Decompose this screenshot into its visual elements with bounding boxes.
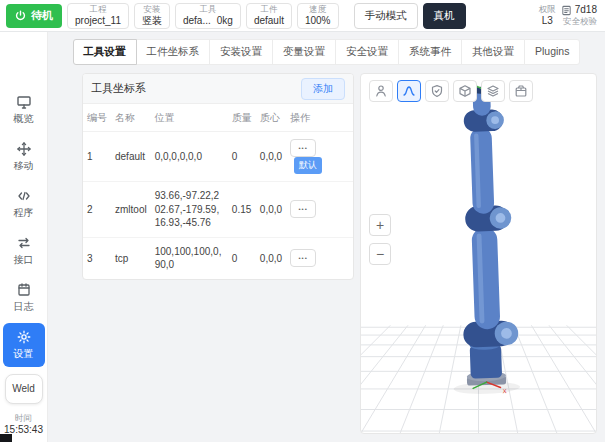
cell-actions: ••• [286, 182, 353, 238]
tab-variable-settings[interactable]: 变量设置 [272, 39, 336, 65]
robot-status-button[interactable]: 待机 [6, 4, 62, 28]
tab-install-settings[interactable]: 安装设置 [209, 39, 273, 65]
weld-button[interactable]: Weld [5, 374, 43, 404]
speed-value: 100% [305, 15, 331, 27]
zoom-out-button[interactable]: − [369, 243, 391, 265]
project-box[interactable]: 工程 project_11 [67, 3, 129, 29]
sidebar-item-overview[interactable]: 概览 [3, 88, 45, 132]
cell-position: 93.66,-97.22,202.67,-179.59,16.93,-45.76 [151, 182, 228, 238]
safety-value: 7d18 [575, 4, 597, 16]
workpiece-box[interactable]: 工件 default [246, 3, 292, 29]
time-label: 时间 [4, 413, 43, 424]
install-box[interactable]: 安装 竖装 [134, 3, 170, 29]
table-header-row: 编号 名称 位置 质量 质心 操作 [83, 104, 353, 132]
cell-actions: ••• [286, 237, 353, 279]
sidebar-item-label: 程序 [14, 206, 34, 220]
sidebar-item-settings[interactable]: 设置 [3, 323, 45, 367]
tab-tool-settings[interactable]: 工具设置 [73, 39, 137, 65]
status-label: 待机 [31, 8, 53, 23]
permission-level[interactable]: 权限 L3 [539, 5, 556, 26]
zoom-controls: + − [369, 214, 391, 265]
cell-centroid: 0,0,0 [256, 237, 286, 279]
cell-actions: ••• 默认 [286, 132, 353, 182]
speed-label: 速度 [309, 5, 326, 15]
cell-centroid: 0,0,0 [256, 132, 286, 182]
robot-3d-viewer[interactable]: + − [360, 73, 597, 434]
panel-header: 工具坐标系 添加 [83, 74, 353, 104]
col-actions: 操作 [286, 104, 353, 132]
cell-position: 0,0,0,0,0,0 [151, 132, 228, 182]
default-badge: 默认 [294, 157, 322, 174]
cell-no: 1 [83, 132, 111, 182]
cell-centroid: 0,0,0 [256, 182, 286, 238]
swap-arrows-icon [16, 235, 32, 251]
tool-box[interactable]: 工具 defa... 0kg [175, 3, 241, 29]
package-icon[interactable] [509, 80, 533, 102]
document-icon [561, 5, 572, 16]
move-arrows-icon [16, 141, 32, 157]
tab-workpiece-frame[interactable]: 工件坐标系 [136, 39, 211, 65]
layers-icon[interactable] [481, 80, 505, 102]
sidebar-item-label: 概览 [14, 112, 34, 126]
sidebar-item-interface[interactable]: 接口 [3, 229, 45, 273]
sidebar-item-move[interactable]: 移动 [3, 135, 45, 179]
col-position: 位置 [151, 104, 228, 132]
sidebar-item-label: 移动 [14, 159, 34, 173]
main-area: 工具设置 工件坐标系 安装设置 变量设置 安全设置 系统事件 其他设置 Plug… [48, 32, 605, 442]
project-value: project_11 [75, 15, 121, 27]
gear-icon [16, 329, 32, 345]
cell-name: tcp [111, 237, 151, 279]
permission-value: L3 [542, 15, 553, 27]
sidebar-item-program[interactable]: 程序 [3, 182, 45, 226]
table-row[interactable]: 3 tcp 100,100,100,0,90,0 0 0,0,0 ••• [83, 237, 353, 279]
tab-safety-settings[interactable]: 安全设置 [335, 39, 399, 65]
workpiece-value: default [254, 15, 284, 27]
settings-tabs: 工具设置 工件坐标系 安装设置 变量设置 安全设置 系统事件 其他设置 Plug… [73, 39, 581, 65]
left-sidebar: 概览 移动 程序 接口 日志 [0, 32, 48, 442]
tab-plugins[interactable]: Plugins [524, 39, 580, 65]
tab-system-events[interactable]: 系统事件 [398, 39, 462, 65]
cell-mass: 0 [228, 237, 256, 279]
tool-label: 工具 [199, 5, 216, 15]
sidebar-item-label: 设置 [14, 347, 34, 361]
safety-checksum[interactable]: 7d18 安全校验 [561, 4, 597, 26]
cell-no: 3 [83, 237, 111, 279]
col-centroid: 质心 [256, 104, 286, 132]
monitor-icon [16, 94, 32, 110]
sidebar-item-log[interactable]: 日志 [3, 276, 45, 320]
col-mass: 质量 [228, 104, 256, 132]
cell-mass: 0 [228, 132, 256, 182]
panel-title: 工具坐标系 [91, 81, 146, 96]
table-row[interactable]: 1 default 0,0,0,0,0,0 0 0,0,0 ••• 默认 [83, 132, 353, 182]
sidebar-item-label: 日志 [14, 300, 34, 314]
install-value: 竖装 [142, 15, 162, 27]
cell-no: 2 [83, 182, 111, 238]
cube-icon[interactable] [453, 80, 477, 102]
code-icon [16, 188, 32, 204]
calendar-icon [16, 282, 32, 298]
tool-value: defa... [183, 15, 211, 27]
robot-arm: X [443, 81, 520, 396]
real-machine-button[interactable]: 真机 [423, 3, 466, 29]
tab-other-settings[interactable]: 其他设置 [461, 39, 525, 65]
more-actions-button[interactable]: ••• [290, 200, 316, 218]
workpiece-label: 工件 [260, 5, 277, 15]
manual-mode-button[interactable]: 手动模式 [354, 3, 418, 29]
more-actions-button[interactable]: ••• [290, 249, 316, 267]
zoom-in-button[interactable]: + [369, 214, 391, 236]
col-name: 名称 [111, 104, 151, 132]
shield-icon[interactable] [425, 80, 449, 102]
robot-3d-scene[interactable]: X [361, 74, 596, 433]
add-button[interactable]: 添加 [301, 78, 345, 100]
spline-path-icon[interactable] [397, 80, 421, 102]
project-label: 工程 [89, 5, 106, 15]
clock: 时间 15:53:43 [4, 413, 43, 436]
power-icon [15, 10, 26, 21]
person-pose-icon[interactable] [369, 80, 393, 102]
cell-position: 100,100,100,0,90,0 [151, 237, 228, 279]
table-row[interactable]: 2 zmltool 93.66,-97.22,202.67,-179.59,16… [83, 182, 353, 238]
viewer-toolbar [369, 80, 533, 102]
speed-box[interactable]: 速度 100% [297, 3, 339, 29]
cell-name: default [111, 132, 151, 182]
more-actions-button[interactable]: ••• [290, 139, 316, 157]
